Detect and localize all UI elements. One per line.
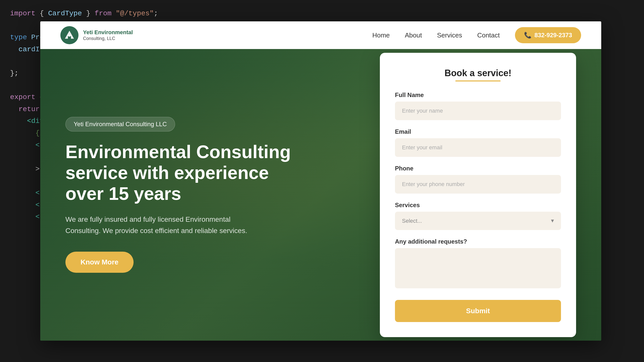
booking-form-card: Book a service! Full Name Email Phone Se… [380, 53, 576, 337]
logo-icon [60, 26, 78, 44]
form-title: Book a service! [395, 68, 561, 78]
additional-textarea[interactable] [395, 248, 561, 288]
full-name-group: Full Name [395, 92, 561, 120]
services-group: Services Select... Environmental Assessm… [395, 202, 561, 230]
phone-number: 832-929-2373 [535, 32, 572, 39]
additional-group: Any additional requests? [395, 238, 561, 289]
email-group: Email [395, 128, 561, 157]
logo-company-sub: Consulting, LLC [83, 36, 133, 41]
services-select[interactable]: Select... Environmental Assessment Consu… [395, 212, 561, 230]
nav-links: Home About Services Contact 📞 832-929-23… [372, 27, 581, 43]
phone-icon: 📞 [524, 32, 532, 39]
form-title-underline [455, 80, 501, 81]
email-label: Email [395, 128, 561, 135]
nav-about[interactable]: About [405, 31, 422, 39]
email-input[interactable] [395, 138, 561, 157]
company-badge: Yeti Environmental Consulting LLC [65, 117, 175, 131]
phone-group: Phone [395, 165, 561, 194]
services-select-wrapper: Select... Environmental Assessment Consu… [395, 212, 561, 230]
website-overlay: Yeti Environmental Consulting, LLC Home … [40, 21, 601, 341]
full-name-input[interactable] [395, 102, 561, 120]
svg-rect-2 [69, 35, 70, 37]
submit-button[interactable]: Submit [395, 300, 561, 322]
nav-services[interactable]: Services [437, 31, 462, 39]
nav-home[interactable]: Home [372, 31, 390, 39]
services-label: Services [395, 202, 561, 209]
phone-label: Phone [395, 165, 561, 172]
phone-button[interactable]: 📞 832-929-2373 [515, 27, 581, 43]
logo-area: Yeti Environmental Consulting, LLC [60, 26, 133, 44]
hero-description: We are fully insured and fully licensed … [65, 214, 257, 237]
full-name-label: Full Name [395, 92, 561, 99]
hero-content: Yeti Environmental Consulting LLC Enviro… [40, 49, 601, 341]
hero-left-content: Yeti Environmental Consulting LLC Enviro… [65, 117, 292, 273]
logo-company-name: Yeti Environmental [83, 29, 133, 36]
additional-label: Any additional requests? [395, 238, 561, 245]
hero-title: Environmental Consulting service with ex… [65, 142, 292, 204]
logo-text: Yeti Environmental Consulting, LLC [83, 29, 133, 41]
know-more-button[interactable]: Know More [65, 252, 134, 273]
navbar: Yeti Environmental Consulting, LLC Home … [40, 21, 601, 49]
phone-input[interactable] [395, 175, 561, 194]
hero-section: Yeti Environmental Consulting LLC Enviro… [40, 49, 601, 341]
nav-contact[interactable]: Contact [477, 31, 500, 39]
